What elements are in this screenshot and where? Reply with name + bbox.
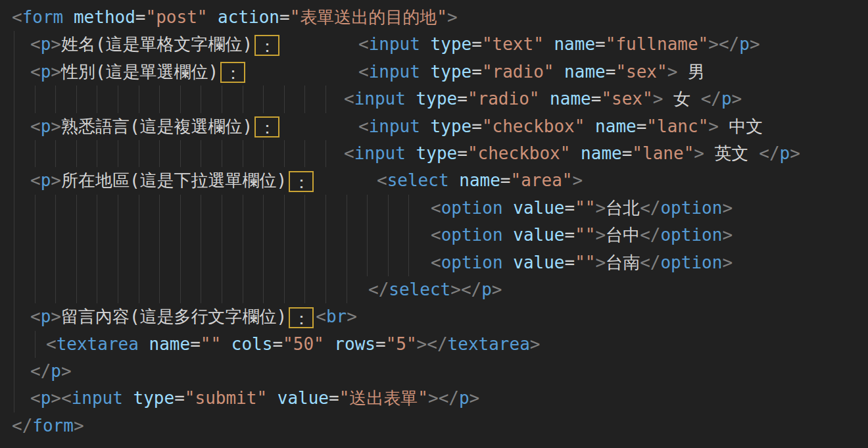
indent-guide <box>408 195 409 222</box>
code-token: name <box>595 116 637 136</box>
code-line[interactable]: <input type="checkbox" name="lane"> 英文 <… <box>0 140 868 167</box>
code-token: </ <box>640 198 660 218</box>
code-token: = <box>457 89 468 109</box>
code-line[interactable]: <textarea name="" cols="50" rows="5"></t… <box>0 331 868 358</box>
indent-guide <box>222 140 222 167</box>
code-line[interactable]: <p>熟悉語言(這是複選欄位)：<input type="checkbox" n… <box>0 113 868 140</box>
code-token: p <box>41 388 51 408</box>
code-token: p <box>721 89 732 109</box>
code-token: input <box>354 143 406 163</box>
code-token: name <box>564 62 606 82</box>
indent-guide <box>14 222 14 249</box>
code-editor[interactable]: <form method="post" action="表單送出的目的地"><p… <box>0 0 868 448</box>
indent-guide <box>76 276 77 303</box>
indent-guide <box>14 358 14 385</box>
code-token: "" <box>201 334 221 354</box>
code-token: > <box>428 388 439 408</box>
code-segment: <input type="radio" name="sex"> 男 <box>358 59 705 86</box>
indent-guide <box>118 249 118 276</box>
indent-guide <box>35 140 36 167</box>
indent-guide <box>222 195 222 222</box>
code-line[interactable]: <option value="">台北</option> <box>0 195 868 222</box>
code-token: rows <box>334 334 375 354</box>
indent-guide <box>159 222 160 249</box>
code-token: 英文 <box>704 143 759 163</box>
indent-guide <box>304 222 305 249</box>
code-line[interactable]: <input type="radio" name="sex"> 女 </p> <box>0 86 868 112</box>
code-line[interactable]: <p><input type="submit" value="送出表單"></p… <box>0 385 868 412</box>
indent-guide <box>76 140 77 167</box>
code-line[interactable]: <p>留言內容(這是多行文字欄位)：<br> <box>0 303 868 330</box>
code-line[interactable]: </p> <box>0 358 868 385</box>
code-token: = <box>565 253 575 272</box>
code-token: action <box>218 7 279 27</box>
indent-guide <box>76 249 77 276</box>
code-token: > <box>750 34 760 54</box>
code-token: > <box>694 143 704 163</box>
indent-guide <box>304 195 305 222</box>
code-token: = <box>471 62 482 82</box>
code-token: value <box>513 198 564 218</box>
code-token: type <box>431 34 472 54</box>
code-token: value <box>513 225 564 245</box>
code-token: </ <box>640 225 660 245</box>
code-token: > <box>74 416 84 436</box>
code-token: > <box>722 198 733 218</box>
code-token: < <box>358 62 369 82</box>
code-token: = <box>500 170 511 190</box>
code-token: p <box>51 361 61 381</box>
code-token: < <box>30 388 41 408</box>
code-line[interactable]: </form> <box>0 412 868 439</box>
code-token: option <box>660 198 722 218</box>
indent-guide <box>139 86 139 112</box>
indent-guide <box>139 276 139 303</box>
code-line[interactable]: <p>所在地區(這是下拉選單欄位)：<select name="area"> <box>0 167 868 194</box>
code-token: "text" <box>482 34 544 54</box>
indent-guide <box>139 249 139 276</box>
code-line[interactable]: <p>性別(這是單選欄位)：<input type="radio" name="… <box>0 59 868 86</box>
code-line[interactable]: <option value="">台南</option> <box>0 249 868 276</box>
indent-guide <box>243 222 243 249</box>
code-token: name <box>581 143 622 163</box>
code-token: > <box>492 280 502 299</box>
code-token: select <box>387 170 449 190</box>
code-token: > <box>667 62 678 82</box>
code-line[interactable]: <form method="post" action="表單送出的目的地"> <box>0 4 868 31</box>
code-token: "表單送出的目的地" <box>290 7 447 27</box>
code-token: </ <box>461 280 481 299</box>
indent-guide <box>139 140 139 167</box>
code-token <box>123 388 133 408</box>
code-token: = <box>272 334 283 354</box>
code-token <box>570 143 581 163</box>
indent-guide <box>159 249 160 276</box>
code-token: p <box>739 34 750 54</box>
code-token: name <box>554 34 595 54</box>
code-segment: <p>留言內容(這是多行文字欄位)：<br> <box>30 303 357 330</box>
code-token: 台中 <box>606 225 640 245</box>
code-token: = <box>190 334 201 354</box>
code-line[interactable]: <p>姓名(這是單格文字欄位)：<input type="text" name=… <box>0 31 868 58</box>
indent-guide <box>97 86 97 112</box>
indent-guide <box>118 140 118 167</box>
code-token: 性別(這是單選欄位) <box>61 62 218 82</box>
indent-guide <box>284 86 285 112</box>
code-line[interactable]: </select></p> <box>0 276 868 303</box>
indent-guide <box>14 31 14 58</box>
code-segment: </select></p> <box>368 276 502 303</box>
code-segment: <p>熟悉語言(這是複選欄位)： <box>30 113 281 140</box>
indent-guide <box>284 195 285 222</box>
indent-guide <box>201 140 201 167</box>
code-segment: <option value="">台中</option> <box>431 222 733 249</box>
indent-guide <box>55 195 56 222</box>
indent-guide <box>97 249 97 276</box>
indent-guide <box>284 249 285 276</box>
code-token: "5" <box>386 334 417 354</box>
indent-guide <box>326 140 326 167</box>
indent-guide <box>159 276 160 303</box>
code-token: = <box>565 225 575 245</box>
code-line[interactable]: <option value="">台中</option> <box>0 222 868 249</box>
code-token: input <box>369 34 420 54</box>
code-token: "radio" <box>482 62 554 82</box>
code-token: p <box>41 170 51 190</box>
code-token <box>503 198 514 218</box>
